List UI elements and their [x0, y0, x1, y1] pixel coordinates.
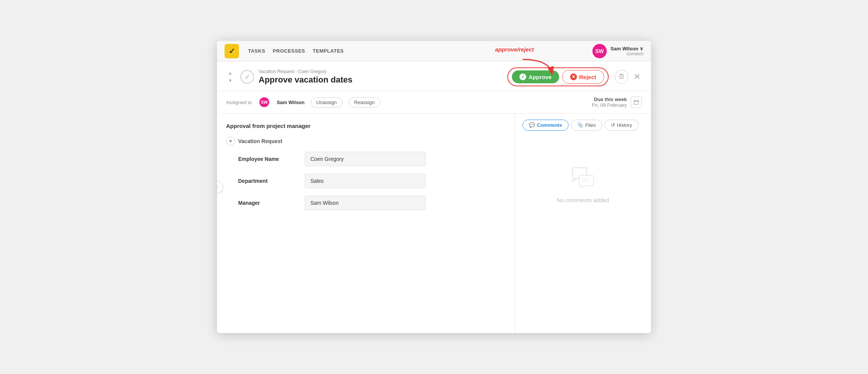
- tab-history[interactable]: ↺ History: [604, 120, 639, 131]
- user-avatar: SW: [592, 44, 607, 58]
- approve-button[interactable]: ✓ Approve: [512, 70, 559, 83]
- files-icon: 📎: [577, 122, 583, 128]
- user-name: Sam Wilson ∨: [611, 46, 643, 51]
- navbar: ✓ TASKS PROCESSES TEMPLATES SW Sam Wilso…: [217, 41, 651, 61]
- navbar-right: SW Sam Wilson ∨ Gemtech: [592, 44, 643, 58]
- nav-processes[interactable]: PROCESSES: [273, 48, 305, 54]
- user-company: Gemtech: [611, 51, 643, 56]
- assignee-avatar: SW: [259, 97, 269, 107]
- form-section-title: Vacation Request: [238, 138, 282, 144]
- due-section: Due this week Fri, 09 February: [592, 97, 642, 108]
- assignee-name: Sam Wilson: [277, 100, 305, 105]
- comments-icon: 💬: [529, 122, 535, 128]
- reject-label: Reject: [579, 74, 596, 80]
- user-info: Sam Wilson ∨ Gemtech: [611, 46, 643, 56]
- history-icon: ↺: [611, 122, 615, 128]
- breadcrumb: Vacation Request - Coen Gregory: [259, 69, 352, 74]
- calendar-icon: [634, 100, 639, 105]
- due-date: Fri, 09 February: [592, 102, 627, 108]
- tab-files[interactable]: 📎 Files: [571, 120, 602, 131]
- unassign-button[interactable]: Unassign: [311, 97, 343, 108]
- svg-rect-6: [579, 175, 594, 186]
- nav-arrows: ▲ ▼: [226, 70, 234, 84]
- task-meta: Assigned to SW Sam Wilson Unassign Reass…: [217, 91, 651, 114]
- tab-history-label: History: [617, 122, 632, 128]
- right-panel: 💬 Comments 📎 Files ↺ History: [515, 114, 651, 333]
- action-buttons-group: ✓ Approve ✕ Reject: [507, 67, 609, 86]
- reject-x-icon: ✕: [570, 73, 577, 80]
- no-comments-label: No comments added: [557, 197, 609, 203]
- department-label: Department: [238, 178, 299, 184]
- approve-label: Approve: [529, 74, 552, 80]
- task-title: Approve vacation dates: [259, 75, 352, 85]
- up-arrow-button[interactable]: ▲: [226, 70, 234, 76]
- section-description: Approval from project manager: [226, 123, 505, 129]
- empty-comments-area: No comments added: [522, 137, 643, 234]
- form-row-department: Department Sales: [238, 174, 505, 188]
- manager-label: Manager: [238, 200, 299, 206]
- form-section-header: ▼ Vacation Request: [226, 137, 505, 146]
- left-panel: Approval from project manager ▼ Vacation…: [217, 114, 515, 333]
- chat-bubble-icon: [572, 167, 594, 188]
- assigned-label: Assigned to: [226, 100, 252, 105]
- no-comments-icon: [572, 167, 594, 192]
- task-header: approve/reject ▲ ▼ ✓ Vacation Request - …: [217, 61, 651, 91]
- department-value: Sales: [305, 174, 426, 188]
- nav-tasks[interactable]: TASKS: [248, 48, 265, 54]
- task-header-left: ▲ ▼ ✓ Vacation Request - Coen Gregory Ap…: [226, 69, 352, 85]
- calendar-button[interactable]: [631, 97, 642, 108]
- employee-name-value: Coen Gregory: [305, 152, 426, 166]
- content-area: Approval from project manager ▼ Vacation…: [217, 114, 651, 333]
- reject-button[interactable]: ✕ Reject: [562, 70, 604, 84]
- task-title-block: Vacation Request - Coen Gregory Approve …: [259, 69, 352, 85]
- task-header-right: ✓ Approve ✕ Reject ✕: [507, 67, 642, 86]
- manager-value: Sam Wilson: [305, 196, 426, 210]
- reassign-button[interactable]: Reassign: [349, 97, 380, 108]
- nav-templates[interactable]: TEMPLATES: [313, 48, 344, 54]
- form-section-toggle[interactable]: ▼: [226, 137, 235, 146]
- tab-comments[interactable]: 💬 Comments: [522, 120, 569, 131]
- approve-check-icon: ✓: [519, 73, 526, 80]
- delete-button[interactable]: [615, 70, 628, 84]
- tab-files-label: Files: [585, 122, 595, 128]
- employee-name-label: Employee Name: [238, 156, 299, 162]
- form-row-employee: Employee Name Coen Gregory: [238, 152, 505, 166]
- tab-comments-label: Comments: [537, 122, 562, 128]
- tabs-row: 💬 Comments 📎 Files ↺ History: [522, 120, 643, 131]
- form-row-manager: Manager Sam Wilson: [238, 196, 505, 210]
- down-arrow-button[interactable]: ▼: [226, 78, 234, 84]
- nav-links: TASKS PROCESSES TEMPLATES: [248, 48, 344, 54]
- task-check-circle[interactable]: ✓: [240, 70, 254, 84]
- navbar-left: ✓ TASKS PROCESSES TEMPLATES: [225, 44, 344, 58]
- trash-icon: [618, 74, 625, 80]
- due-title: Due this week: [592, 97, 627, 102]
- close-button[interactable]: ✕: [632, 72, 642, 82]
- logo-icon: ✓: [225, 44, 239, 58]
- svg-rect-1: [634, 100, 639, 104]
- form-fields: Employee Name Coen Gregory Department Sa…: [226, 152, 505, 210]
- due-info: Due this week Fri, 09 February: [592, 97, 627, 108]
